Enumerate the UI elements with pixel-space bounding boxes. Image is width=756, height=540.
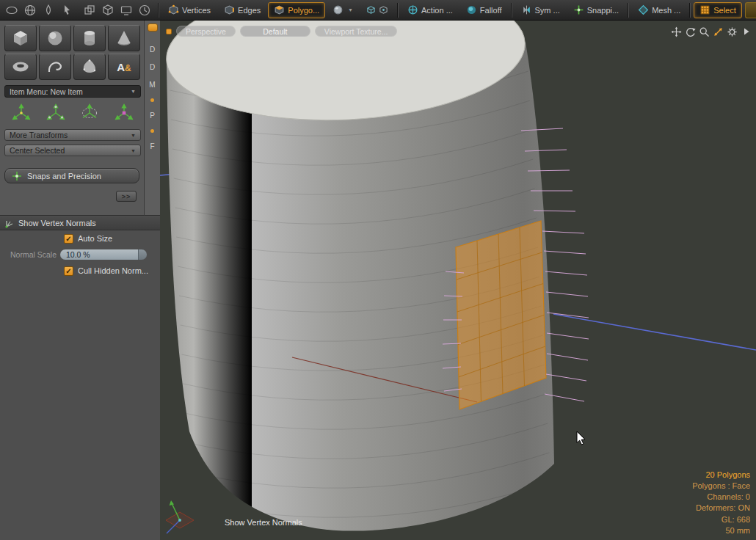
toolbar-item-label: Snappi... [587, 6, 619, 15]
tab-default[interactable]: Default [240, 26, 310, 37]
action-center-icon [407, 4, 418, 15]
side-tab[interactable]: F [150, 142, 154, 150]
toolbar-item-action-center[interactable]: Action ... [401, 2, 459, 18]
blob-icon [79, 57, 101, 76]
toolbar-item-label: Vertices [182, 6, 211, 15]
item-menu-dropdown[interactable]: Item Menu: New Item ▼ [4, 85, 141, 98]
toolbar-item-mesh-constraints[interactable]: Mesh ... [632, 2, 686, 18]
snaps-and-precision-button[interactable]: Snaps and Precision [4, 168, 139, 183]
clone-button[interactable] [81, 3, 97, 18]
toolbar-item-vertices[interactable]: Vertices [162, 2, 217, 18]
toolbar-item-falloff[interactable]: Falloff [460, 2, 508, 18]
auto-size-row: ✓ Auto Size [0, 230, 160, 247]
rotate-icon [685, 26, 696, 37]
active-tab-button[interactable] [148, 23, 158, 32]
ellipse-tool-button[interactable] [4, 3, 19, 18]
toolbar-item-symmetry[interactable]: Sym ... [515, 2, 566, 18]
status-line: Channels: 0 [692, 492, 750, 503]
normal-scale-input[interactable]: 10.0 % [60, 249, 138, 260]
center-cube-icon [366, 5, 376, 15]
tab-viewport-texture[interactable]: Viewport Texture... [315, 26, 398, 37]
side-tab[interactable]: P [150, 112, 155, 120]
viewport-overlay-label: Show Vertex Normals [225, 518, 302, 527]
item-menu-label: Item Menu: New Item [10, 87, 83, 96]
orbit-button[interactable] [684, 26, 697, 37]
vertex-normals-header-label: Show Vertex Normals [18, 219, 96, 227]
zoom-button[interactable] [698, 26, 710, 37]
center-selected-label: Center Selected [10, 146, 65, 155]
axis-center-tool[interactable] [39, 101, 73, 125]
center-selected-dropdown[interactable]: Center Selected ▼ [4, 145, 141, 156]
item-sphere-icon [332, 4, 344, 15]
toolbar-item-label: Mesh ... [652, 6, 680, 15]
center-mode-button[interactable] [360, 2, 394, 18]
primitive-cone-button[interactable] [108, 25, 140, 51]
side-tab[interactable]: D [150, 63, 155, 71]
expand-panel-button[interactable]: >> [116, 191, 137, 202]
expand-arrow-button[interactable] [740, 26, 752, 37]
normal-scale-mini-slider[interactable] [138, 249, 147, 260]
side-tab[interactable]: M [149, 81, 155, 89]
item-mode-dropdown[interactable]: ▼ [327, 2, 359, 18]
magnifier-icon [699, 26, 710, 37]
cube-grid-icon [101, 3, 115, 18]
maximize-button[interactable] [712, 26, 724, 37]
toolbar-item-label: Select [713, 6, 736, 15]
toolbar-item-label: Polygo... [288, 6, 319, 15]
menubar-icon-group-1 [0, 3, 78, 18]
ellipse-icon [4, 3, 19, 18]
tool-properties-section: Show Vertex Normals ✓ Auto Size Normal S… [0, 216, 160, 279]
axis-center-icon [45, 103, 67, 123]
chevron-down-icon: ▼ [348, 7, 353, 12]
more-transforms-dropdown[interactable]: More Transforms ▼ [4, 129, 141, 141]
cylinder-icon [79, 29, 101, 48]
cull-hidden-checkbox[interactable]: ✓ [64, 266, 73, 276]
primitive-cube-button[interactable] [4, 25, 37, 51]
toolbar-item-cutoff[interactable] [745, 2, 756, 18]
screen-button[interactable] [118, 3, 134, 18]
toolbar-item-select[interactable]: Select [694, 2, 742, 18]
settings-button[interactable] [726, 26, 738, 37]
selected-polygons[interactable] [456, 221, 546, 409]
droplet-button[interactable] [40, 3, 56, 18]
toolbar-item-snapping[interactable]: Snappi... [567, 2, 625, 18]
primitive-text-button[interactable]: A& [108, 54, 140, 80]
toolbar-item-polygons[interactable]: Polygo... [268, 2, 325, 18]
pan-button[interactable] [670, 26, 683, 37]
status-line: Polygons : Face [692, 481, 750, 492]
curve-icon [44, 57, 66, 76]
cube-grid-button[interactable] [100, 3, 115, 18]
globe-button[interactable] [22, 3, 37, 18]
vertical-tab-strip: D D M P F [144, 21, 160, 216]
axis-scale-tool[interactable] [107, 101, 142, 125]
modo-app-window: Vertices Edges Polygo... ▼ Action ... Fa… [0, 0, 756, 540]
primitive-cylinder-button[interactable] [73, 25, 106, 51]
primitive-blob-button[interactable] [73, 54, 106, 80]
viewport-control-icons [670, 26, 752, 37]
vertex-normals-header[interactable]: Show Vertex Normals [0, 216, 160, 230]
cursor-tool-button[interactable] [59, 3, 74, 18]
tab-perspective[interactable]: Perspective [176, 26, 236, 37]
cull-hidden-row: ✓ Cull Hidden Norm... [0, 263, 160, 279]
chevron-down-icon: ▼ [131, 133, 136, 138]
cone-icon [113, 29, 135, 48]
primitive-sphere-button[interactable] [39, 25, 71, 51]
text-tool-icon: A& [117, 62, 131, 73]
cull-hidden-label: Cull Hidden Norm... [78, 266, 148, 275]
3d-viewport[interactable]: Perspective Default Viewport Texture... … [160, 21, 756, 540]
clock-button[interactable] [137, 3, 152, 18]
viewport-menu-dot[interactable] [166, 29, 172, 34]
normals-fan-icon [4, 218, 15, 228]
toolbar-item-edges[interactable]: Edges [218, 2, 266, 18]
gear-icon [727, 26, 738, 37]
axis-move-tool[interactable] [4, 101, 39, 125]
axis-rotate-tool[interactable] [73, 101, 107, 125]
auto-size-checkbox[interactable]: ✓ [64, 234, 73, 244]
pivot-cube-icon [379, 5, 388, 15]
axis-rotate-icon [79, 103, 101, 123]
viewport-canvas[interactable] [160, 21, 756, 540]
primitive-torus-button[interactable] [4, 54, 37, 80]
sphere-icon [44, 29, 66, 48]
primitive-curve-button[interactable] [39, 54, 71, 80]
side-tab[interactable]: D [150, 45, 155, 54]
